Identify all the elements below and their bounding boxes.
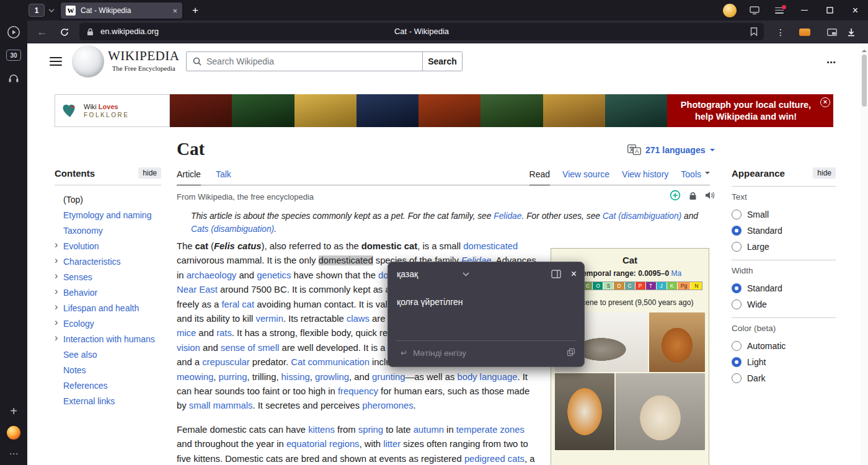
toc-item[interactable]: Taxonomy (55, 223, 161, 238)
container-tab-indicator[interactable]: 1 (29, 4, 55, 17)
notifications-button[interactable] (767, 0, 792, 20)
expand-chevron-icon[interactable]: › (55, 317, 58, 328)
wiki-link[interactable]: temperate zones (456, 425, 525, 435)
wiki-link[interactable]: Near East (177, 285, 218, 294)
wiki-link[interactable]: purring (218, 372, 247, 382)
radio-icon[interactable] (732, 226, 742, 236)
url-bar[interactable]: en.wikipedia.org Cat - Wikipedia (79, 23, 764, 40)
reload-button[interactable] (55, 20, 74, 43)
toc-item[interactable]: ›Senses (55, 269, 161, 285)
toc-item[interactable]: See also (55, 347, 161, 362)
toc-item[interactable]: Etymology and naming (55, 207, 161, 223)
bookmark-button[interactable] (750, 27, 758, 38)
listen-speaker-icon[interactable] (705, 191, 715, 200)
radio-icon[interactable] (732, 242, 742, 252)
radio-option-small[interactable]: Small (732, 206, 836, 223)
new-tab-button[interactable]: + (187, 2, 203, 19)
banner-close-icon[interactable]: × (820, 97, 830, 107)
radio-icon[interactable] (732, 283, 742, 293)
chevron-down-icon[interactable] (48, 9, 55, 12)
radio-option-large[interactable]: Large (732, 239, 836, 255)
page-tab-view-source[interactable]: View source (562, 169, 609, 185)
expand-chevron-icon[interactable]: › (55, 255, 58, 266)
expand-chevron-icon[interactable]: › (55, 270, 58, 281)
wiki-link[interactable]: kittens (308, 425, 335, 435)
wiki-link[interactable]: litter (383, 439, 401, 449)
popup-close-icon[interactable]: × (571, 269, 577, 279)
wiki-link[interactable]: equatorial regions (286, 439, 360, 449)
wikipedia-globe-logo[interactable] (72, 45, 104, 78)
site-security-indicator[interactable] (87, 27, 94, 38)
wiki-link[interactable]: mice (177, 328, 196, 338)
wiki-link[interactable]: Cat communication (291, 357, 370, 367)
wiki-link[interactable]: Felidae (494, 211, 521, 221)
radio-icon[interactable] (732, 357, 742, 367)
sidebar-media-button[interactable] (0, 25, 27, 39)
open-side-panel-button[interactable] (551, 270, 561, 278)
wiki-link[interactable]: frequency (338, 386, 378, 396)
wiki-link[interactable]: spring (358, 425, 383, 435)
good-article-plus-icon[interactable] (670, 190, 681, 201)
radio-option-automatic[interactable]: Automatic (732, 338, 836, 354)
banner-message-box[interactable]: Photograph your local culture, help Wiki… (667, 94, 833, 127)
wikipedia-wordmark[interactable]: WIKIPEDIA The Free Encyclopedia (108, 48, 179, 72)
minimize-button[interactable] (792, 0, 817, 20)
radio-icon[interactable] (732, 373, 742, 383)
wiki-link[interactable]: crepuscular (202, 357, 249, 367)
wiki-link[interactable]: hissing (281, 372, 310, 382)
toc-item[interactable]: References (55, 378, 161, 393)
toc-item[interactable]: ›Behavior (55, 285, 161, 300)
wiki-link[interactable]: archaeology (187, 270, 237, 280)
maximize-button[interactable] (817, 0, 843, 20)
toc-item[interactable]: ›Interaction with humans (55, 331, 161, 347)
headset-button[interactable] (0, 74, 27, 82)
wiki-link[interactable]: rats (216, 328, 232, 338)
wiki-link[interactable]: pheromones (362, 401, 413, 410)
radio-option-light[interactable]: Light (732, 354, 836, 370)
tab-close-icon[interactable]: × (172, 6, 177, 16)
search-input[interactable]: Search Wikipedia (206, 56, 422, 66)
search-bar[interactable]: Search Wikipedia Search (186, 51, 463, 71)
send-to-device-button[interactable] (742, 0, 767, 20)
firefox-button[interactable] (0, 426, 27, 440)
sidebar-add-button[interactable]: + (0, 404, 27, 418)
chevron-down-icon[interactable] (463, 272, 469, 277)
radio-option-dark[interactable]: Dark (732, 370, 836, 386)
wiki-link[interactable]: autumn (414, 425, 444, 435)
page-tab-tools[interactable]: Tools (681, 169, 710, 185)
wiki-link[interactable]: grunting (372, 372, 405, 382)
wiki-link[interactable]: pedigreed cats (464, 454, 525, 464)
wiki-link[interactable]: genetics (257, 270, 291, 280)
radio-icon[interactable] (732, 341, 742, 351)
radio-option-standard[interactable]: Standard (732, 223, 836, 239)
wiki-link[interactable]: Cat (disambiguation) (603, 211, 681, 221)
languages-button[interactable]: A 271 languages (627, 144, 715, 155)
toc-item[interactable]: Notes (55, 362, 161, 378)
tab-counter-button[interactable]: 30 (0, 50, 27, 61)
toc-item[interactable]: ›Ecology (55, 316, 161, 331)
search-button[interactable]: Search (422, 52, 462, 71)
page-tab-read[interactable]: Read (529, 169, 550, 185)
wiki-link[interactable]: meowing (177, 372, 213, 382)
page-tab-view-history[interactable]: View history (622, 169, 668, 185)
radio-option-standard[interactable]: Standard (732, 280, 836, 296)
copy-button[interactable] (567, 348, 575, 359)
toc-item[interactable]: (Top) (55, 192, 161, 207)
expand-chevron-icon[interactable]: › (55, 239, 58, 250)
wiki-link[interactable]: growling (315, 372, 349, 382)
page-tab-article[interactable]: Article (177, 169, 201, 185)
wiki-link[interactable]: body language (457, 372, 517, 382)
wiki-link[interactable]: small mammals (189, 401, 253, 410)
main-menu-button[interactable] (50, 57, 62, 66)
appearance-hide-button[interactable]: hide (813, 167, 836, 179)
toc-item[interactable]: ›Characteristics (55, 254, 161, 269)
sidebar-more-button[interactable]: ⋯ (0, 451, 27, 457)
expand-chevron-icon[interactable]: › (55, 301, 58, 312)
back-button[interactable]: ← (32, 20, 52, 43)
url-domain[interactable]: en.wikipedia.org (100, 27, 159, 36)
toc-hide-button[interactable]: hide (138, 167, 161, 179)
scrollbar-up-arrow[interactable] (862, 47, 867, 52)
wiki-loves-folklore-banner[interactable]: Wiki Loves FOLKLORE Photograph your loca… (55, 94, 833, 127)
profile-avatar[interactable] (717, 0, 742, 20)
page-protection-lock-icon[interactable] (689, 191, 697, 200)
